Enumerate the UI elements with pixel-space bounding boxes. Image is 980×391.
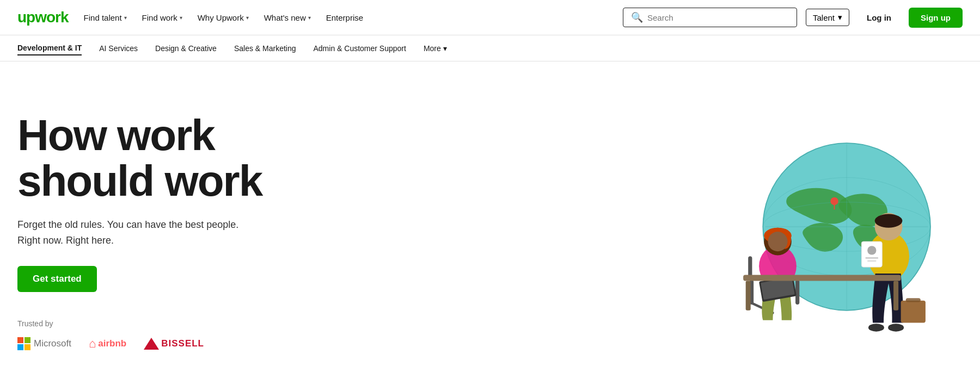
find-talent-label: Find talent [84, 13, 122, 22]
hero-illustration [701, 128, 963, 335]
hero-content: How work should work Forget the old rule… [17, 113, 262, 351]
svg-rect-9 [795, 280, 799, 305]
svg-rect-28 [866, 257, 879, 259]
hero-title-line1: How work [17, 111, 215, 159]
more-label: More [424, 44, 441, 53]
bissell-logo: BISSELL [144, 338, 204, 350]
ms-sq-red [17, 337, 23, 343]
whats-new-label: What's new [264, 13, 306, 22]
svg-point-21 [875, 214, 903, 227]
get-started-button[interactable]: Get started [17, 266, 97, 292]
ms-sq-yellow [24, 344, 30, 350]
talent-selector-chevron-icon: ▾ [838, 13, 842, 22]
hero-section: How work should work Forget the old rule… [0, 61, 980, 391]
category-sales-marketing[interactable]: Sales & Marketing [234, 42, 296, 55]
login-button[interactable]: Log in [858, 9, 900, 27]
find-talent-nav[interactable]: Find talent ▾ [84, 13, 127, 22]
talent-selector[interactable]: Talent ▾ [806, 9, 849, 26]
category-ai-services[interactable]: AI Services [99, 42, 138, 55]
hero-title: How work should work [17, 113, 262, 204]
svg-point-22 [868, 324, 884, 331]
bissell-triangle-icon [144, 338, 159, 350]
ms-sq-green [24, 337, 30, 343]
why-upwork-nav[interactable]: Why Upwork ▾ [198, 13, 249, 22]
hero-title-line2: should work [17, 157, 262, 205]
find-work-label: Find work [142, 13, 177, 22]
svg-rect-30 [743, 275, 901, 281]
upwork-logo[interactable]: upwork [17, 9, 69, 26]
trusted-label: Trusted by [17, 319, 262, 328]
category-development-it[interactable]: Development & IT [17, 41, 82, 55]
trusted-logos: Microsoft ⌂ airbnb BISSELL [17, 337, 262, 351]
enterprise-nav[interactable]: Enterprise [326, 13, 363, 22]
airbnb-text: airbnb [98, 338, 126, 349]
more-categories-button[interactable]: More ▾ [424, 44, 447, 53]
why-upwork-chevron-icon: ▾ [246, 15, 249, 21]
more-chevron-icon: ▾ [443, 44, 447, 53]
category-design-creative[interactable]: Design & Creative [155, 42, 217, 55]
why-upwork-label: Why Upwork [198, 13, 244, 22]
airbnb-logo: ⌂ airbnb [89, 337, 126, 351]
svg-rect-25 [906, 298, 921, 302]
svg-rect-32 [893, 281, 898, 310]
svg-rect-29 [867, 260, 876, 262]
microsoft-text: Microsoft [34, 338, 71, 349]
whats-new-chevron-icon: ▾ [308, 15, 311, 21]
svg-point-27 [867, 246, 876, 255]
talent-selector-label: Talent [813, 13, 835, 22]
hero-illustration-svg [701, 128, 963, 335]
ms-sq-blue [17, 344, 23, 350]
search-box[interactable]: 🔍 [623, 8, 797, 27]
microsoft-grid-icon [17, 337, 30, 350]
hero-subtitle: Forget the old rules. You can have the b… [17, 217, 262, 249]
whats-new-nav[interactable]: What's new ▾ [264, 13, 311, 22]
find-talent-chevron-icon: ▾ [124, 15, 127, 21]
nav-right: 🔍 Talent ▾ Log in Sign up [623, 8, 963, 28]
svg-point-16 [768, 232, 787, 251]
svg-rect-24 [901, 301, 926, 323]
svg-rect-31 [746, 281, 751, 310]
category-admin-support[interactable]: Admin & Customer Support [314, 42, 406, 55]
microsoft-logo: Microsoft [17, 337, 71, 350]
signup-button[interactable]: Sign up [909, 8, 963, 28]
hero-subtitle-line2: Right now. Right here. [17, 235, 114, 246]
hero-subtitle-line1: Forget the old rules. You can have the b… [17, 219, 238, 230]
trusted-section: Trusted by Microsoft ⌂ airbnb [17, 319, 262, 351]
airbnb-icon: ⌂ [89, 337, 96, 351]
search-input[interactable] [647, 13, 789, 22]
svg-point-23 [888, 324, 904, 331]
bissell-text: BISSELL [161, 338, 204, 349]
search-icon: 🔍 [631, 11, 643, 23]
find-work-nav[interactable]: Find work ▾ [142, 13, 182, 22]
find-work-chevron-icon: ▾ [180, 15, 182, 21]
top-navigation: upwork Find talent ▾ Find work ▾ Why Upw… [0, 0, 980, 35]
nav-left: upwork Find talent ▾ Find work ▾ Why Upw… [17, 9, 363, 26]
category-navigation: Development & IT AI Services Design & Cr… [0, 35, 980, 61]
